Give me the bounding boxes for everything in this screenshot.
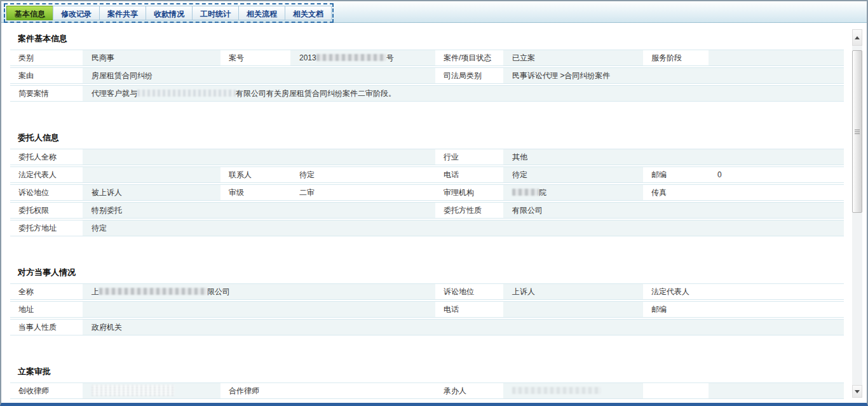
field-label: 法定代表人 [10, 167, 83, 182]
field-value: 0 [709, 167, 844, 182]
field-label: 委托人全称 [10, 149, 83, 165]
field-value [83, 167, 220, 182]
field-label: 服务阶段 [643, 50, 709, 65]
field-label: 诉讼地位 [10, 185, 83, 200]
redacted-text [512, 189, 539, 196]
field-label: 审理机构 [435, 185, 503, 200]
field-label: 地址 [10, 302, 83, 317]
table-row: 简要案情代理客户就与有限公司有关房屋租赁合同纠纷案件二审阶段。 [10, 85, 844, 102]
triangle-up-icon [855, 36, 860, 39]
grip-icon [855, 130, 860, 134]
field-value: 特别委托 [83, 203, 435, 218]
table-row: 全称上限公司诉讼地位上诉人法定代表人 [10, 283, 844, 300]
table-row: 类别民商事案号2013号案件/项目状态已立案服务阶段 [10, 50, 844, 66]
triangle-down-icon [855, 390, 860, 393]
table-row: 诉讼地位被上诉人审级二审审理机构院传真 [10, 184, 844, 201]
field-value: 2013号 [290, 50, 435, 65]
tab-payment-status[interactable]: 收款情况 [146, 6, 193, 20]
tab-related-process[interactable]: 相关流程 [238, 6, 285, 20]
field-value: 上诉人 [503, 284, 643, 299]
field-value: 被上诉人 [83, 185, 220, 200]
field-label: 委托权限 [10, 203, 83, 218]
sections: 案件基本信息类别民商事案号2013号案件/项目状态已立案服务阶段案由房屋租赁合同… [3, 24, 844, 400]
field-value: 其他 [503, 149, 844, 165]
field-value: 二审 [290, 185, 435, 200]
field-label: 电话 [435, 167, 503, 182]
field-label: 承办人 [435, 383, 503, 398]
field-value: 有限公司 [503, 203, 844, 218]
scrollbar[interactable] [852, 29, 862, 398]
redacted-text [92, 385, 174, 396]
field-label: 案件/项目状态 [435, 50, 503, 65]
field-value [709, 50, 844, 65]
field-value: 上限公司 [83, 284, 435, 299]
field-label: 合作律师 [220, 383, 290, 398]
field-value: 民商事 [83, 50, 220, 65]
field-label: 创收律师 [10, 383, 83, 398]
table-row: 创收律师合作律师承办人 [10, 382, 844, 399]
field-label: 委托方地址 [10, 220, 83, 236]
scrollbar-down-button[interactable] [852, 385, 862, 398]
field-value [709, 284, 844, 299]
field-value [83, 302, 435, 317]
scrollbar-up-button[interactable] [852, 29, 862, 46]
field-label: 邮编 [643, 302, 709, 317]
section-title: 委托人信息 [10, 123, 844, 149]
redacted-text [316, 54, 386, 61]
tab-basic-info[interactable]: 基本信息 [6, 6, 53, 20]
field-label: 审级 [220, 185, 290, 200]
field-label: 案由 [10, 68, 83, 83]
table-row: 委托方地址待定 [10, 220, 844, 236]
tab-bar: 基本信息修改记录案件共享收款情况工时统计相关流程相关文档 [1, 3, 867, 23]
field-label: 全称 [10, 284, 83, 299]
field-value [709, 383, 844, 398]
redacted-text [512, 387, 601, 394]
scrollbar-thumb[interactable] [852, 50, 862, 213]
tab-case-share[interactable]: 案件共享 [99, 6, 146, 20]
field-value [83, 383, 220, 398]
table-row: 委托人全称行业其他 [10, 149, 844, 165]
field-value: 代理客户就与有限公司有关房屋租赁合同纠纷案件二审阶段。 [83, 86, 844, 101]
field-label: 法定代表人 [643, 284, 709, 299]
field-label: 当事人性质 [10, 320, 83, 335]
field-label: 简要案情 [10, 86, 83, 101]
field-value [290, 383, 435, 398]
field-label: 传真 [643, 185, 709, 200]
field-value [709, 185, 844, 200]
section-filing-approval: 立案审批创收律师合作律师承办人收费类型计时签约日期2013-06-28具体收费方… [10, 357, 844, 400]
field-value: 待定 [503, 167, 643, 182]
redacted-text [99, 288, 207, 295]
table-row: 委托权限特别委托委托方性质有限公司 [10, 202, 844, 219]
field-value: 院 [503, 185, 643, 200]
tab-focus-outline: 基本信息修改记录案件共享收款情况工时统计相关流程相关文档 [4, 3, 334, 23]
section-title: 立案审批 [10, 357, 844, 382]
field-label: 诉讼地位 [435, 284, 503, 299]
field-value [709, 302, 844, 317]
field-value: 民事诉讼代理 >合同纠纷案件 [503, 68, 844, 83]
field-label [643, 383, 709, 398]
table-row: 地址电话邮编 [10, 301, 844, 318]
field-value: 待定 [83, 220, 844, 236]
tab-work-hours[interactable]: 工时统计 [192, 6, 239, 20]
field-label: 电话 [435, 302, 503, 317]
field-value: 已立案 [503, 50, 643, 65]
redacted-text [137, 90, 236, 97]
field-label: 联系人 [220, 167, 290, 182]
field-value [503, 302, 643, 317]
field-value: 待定 [290, 167, 435, 182]
tab-related-docs[interactable]: 相关文档 [285, 6, 332, 20]
section-client-info: 委托人信息委托人全称行业其他法定代表人联系人待定电话待定邮编0诉讼地位被上诉人审… [10, 123, 844, 236]
section-title: 案件基本信息 [10, 24, 844, 50]
field-value: 房屋租赁合同纠纷 [83, 68, 435, 83]
field-value: 政府机关 [83, 320, 844, 335]
field-label: 案号 [220, 50, 290, 65]
tab-edit-history[interactable]: 修改记录 [53, 6, 100, 20]
section-case-basic-info: 案件基本信息类别民商事案号2013号案件/项目状态已立案服务阶段案由房屋租赁合同… [10, 24, 844, 102]
table-row: 案由房屋租赁合同纠纷司法局类别民事诉讼代理 >合同纠纷案件 [10, 67, 844, 84]
field-label: 委托方性质 [435, 203, 503, 218]
table-row: 法定代表人联系人待定电话待定邮编0 [10, 166, 844, 183]
case-detail-page: 基本信息修改记录案件共享收款情况工时统计相关流程相关文档 案件基本信息类别民商事… [0, 0, 868, 406]
field-label: 类别 [10, 50, 83, 65]
section-opposing-party-info: 对方当事人情况全称上限公司诉讼地位上诉人法定代表人地址电话邮编当事人性质政府机关 [10, 258, 844, 335]
field-label: 邮编 [643, 167, 709, 182]
